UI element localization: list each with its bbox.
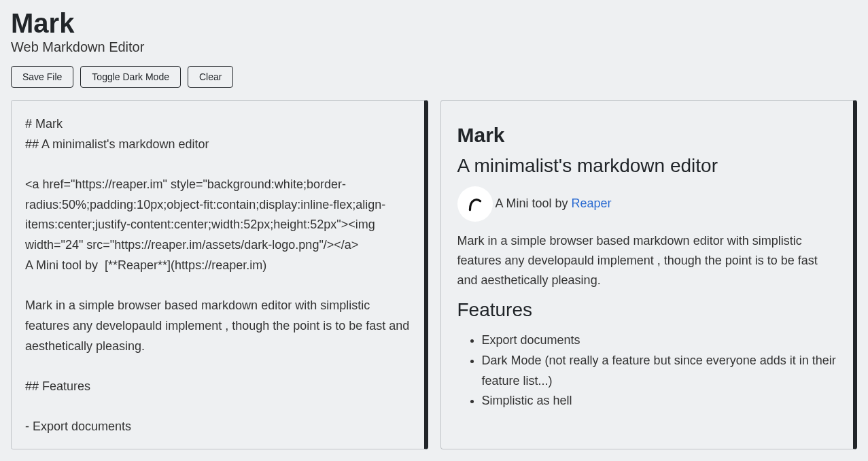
markdown-preview: Mark A minimalist's markdown editor A Mi… xyxy=(441,101,854,449)
toolbar: Save File Toggle Dark Mode Clear xyxy=(11,66,857,88)
app-subtitle: Web Markdown Editor xyxy=(11,39,857,55)
toggle-dark-mode-button[interactable]: Toggle Dark Mode xyxy=(80,66,181,88)
app-title: Mark xyxy=(11,8,857,38)
list-item: Export documents xyxy=(482,330,837,351)
list-item: Dark Mode (not really a feature but sinc… xyxy=(482,351,837,391)
reaper-logo-icon[interactable] xyxy=(457,186,493,222)
preview-h2: A minimalist's markdown editor xyxy=(457,155,837,177)
editor-panel xyxy=(11,100,428,449)
save-file-button[interactable]: Save File xyxy=(11,66,73,88)
preview-features-heading: Features xyxy=(457,299,837,321)
list-item: Simplistic as hell xyxy=(482,391,837,411)
preview-byline-prefix: A Mini tool by xyxy=(496,197,572,210)
preview-description: Mark in a simple browser based markdown … xyxy=(457,231,837,290)
clear-button[interactable]: Clear xyxy=(188,66,233,88)
reaper-link[interactable]: Reaper xyxy=(572,197,612,210)
markdown-editor[interactable] xyxy=(12,101,424,449)
preview-feature-list: Export documents Dark Mode (not really a… xyxy=(457,330,837,411)
preview-h1: Mark xyxy=(457,124,837,147)
preview-panel: Mark A minimalist's markdown editor A Mi… xyxy=(440,100,858,449)
